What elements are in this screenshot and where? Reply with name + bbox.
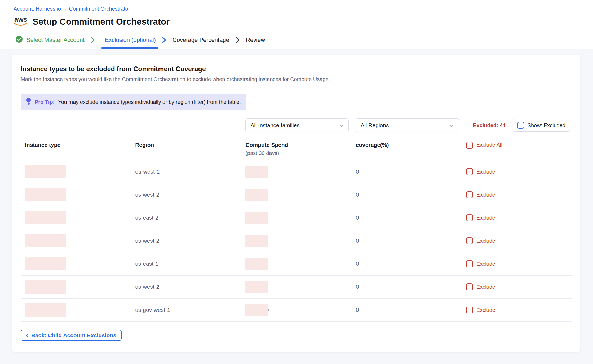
coverage-value: 0: [352, 191, 462, 198]
pro-tip-banner: Pro Tip: You may exclude instance types …: [21, 94, 246, 110]
exclude-label: Exclude: [476, 307, 495, 313]
redaction-artifact: [268, 309, 269, 311]
filter-bar: All Instance families All Regions Exclud…: [21, 118, 572, 132]
col-header-compute-spend: Compute Spend (past 30 days): [241, 142, 351, 156]
content-area: Instance types to be excluded from Commi…: [0, 49, 593, 364]
exclude-checkbox[interactable]: [466, 237, 473, 244]
exclude-control[interactable]: Exclude: [462, 260, 572, 267]
back-child-account-exclusions-button[interactable]: ‹ Back: Child Account Exclusions: [21, 330, 122, 341]
exclude-control[interactable]: Exclude: [462, 237, 572, 244]
page-header: Account: Harness.io › Commitment Orchest…: [0, 0, 593, 31]
exclude-checkbox[interactable]: [466, 168, 473, 175]
step-exclusion-active-group: Exclusion (optional): [101, 31, 172, 49]
pro-tip-label: Pro Tip:: [35, 99, 55, 105]
instance-type-redaction: [25, 211, 66, 224]
exclusion-table: Instance type Region Compute Spend (past…: [21, 142, 572, 322]
chevron-down-icon: [339, 122, 344, 128]
exclude-all-control[interactable]: Exclude All: [462, 142, 572, 156]
step-label: Review: [246, 37, 265, 43]
col-header-coverage: coverage(%): [352, 142, 462, 156]
region-value: eu-west-1: [131, 168, 241, 175]
step-select-master-account[interactable]: Select Master Account: [15, 31, 85, 49]
col-header-instance-type: Instance type: [21, 142, 131, 156]
table-row: us-west-2 0 Exclude: [21, 183, 572, 206]
step-exclusion[interactable]: Exclusion (optional): [105, 37, 156, 43]
setup-stepper: Select Master Account Exclusion (optiona…: [0, 31, 593, 49]
lightbulb-icon: [26, 97, 31, 106]
chevron-right-icon: [91, 31, 95, 49]
exclude-label: Exclude: [476, 238, 495, 244]
table-row: us-east-1 0 Exclude: [21, 252, 572, 276]
instance-type-redaction: [25, 280, 66, 294]
step-completed-check-icon: [15, 35, 23, 45]
instance-families-dropdown[interactable]: All Instance families: [245, 118, 349, 132]
exclude-checkbox[interactable]: [466, 191, 473, 198]
breadcrumb-account-link[interactable]: Account: Harness.io: [14, 6, 61, 12]
exclude-control[interactable]: Exclude: [462, 214, 572, 221]
step-review[interactable]: Review: [246, 31, 265, 49]
table-row: us-east-2 0 Exclude: [21, 206, 572, 229]
exclude-label: Exclude: [476, 284, 495, 290]
show-excluded-label: Show: Excluded: [528, 122, 565, 128]
panel-subtitle: Mark the Instance types you would like t…: [21, 76, 572, 82]
regions-dropdown[interactable]: All Regions: [356, 118, 459, 132]
col-header-region: Region: [131, 142, 241, 156]
compute-spend-redaction: [245, 166, 268, 178]
region-value: us-east-2: [131, 215, 241, 221]
chevron-left-icon: ‹: [26, 332, 28, 339]
exclude-checkbox[interactable]: [466, 307, 473, 313]
instance-type-redaction: [25, 165, 66, 178]
exclude-control[interactable]: Exclude: [462, 283, 572, 290]
show-excluded-checkbox[interactable]: [517, 122, 524, 129]
dropdown-value: All Regions: [361, 122, 389, 128]
compute-spend-redaction: [245, 189, 268, 201]
breadcrumb-separator-icon: ›: [64, 6, 66, 12]
exclusion-panel: Instance types to be excluded from Commi…: [12, 55, 580, 352]
table-row: eu-west-1 0 Exclude: [21, 160, 572, 183]
compute-spend-redaction: [245, 304, 268, 316]
coverage-value: 0: [352, 260, 462, 267]
region-value: us-gov-west-1: [131, 307, 241, 313]
exclude-all-checkbox[interactable]: [466, 142, 473, 149]
coverage-value: 0: [352, 237, 462, 244]
exclude-control[interactable]: Exclude: [462, 307, 572, 313]
region-value: us-west-2: [131, 284, 241, 290]
instance-type-redaction: [25, 234, 66, 247]
coverage-value: 0: [352, 214, 462, 221]
exclude-label: Exclude: [476, 215, 495, 221]
exclude-control[interactable]: Exclude: [462, 191, 572, 198]
table-row: us-west-2 0 Exclude: [21, 276, 572, 299]
title-row: aws Setup Commitment Orchestrator: [14, 15, 593, 31]
table-header-row: Instance type Region Compute Spend (past…: [21, 142, 572, 160]
chevron-down-icon: [449, 122, 454, 128]
table-row: us-gov-west-1 0 Exclude: [21, 299, 572, 322]
exclude-checkbox[interactable]: [466, 214, 473, 221]
exclude-checkbox[interactable]: [466, 283, 473, 290]
vertical-divider: [466, 119, 466, 131]
region-value: us-east-1: [131, 261, 241, 267]
svg-text:aws: aws: [14, 15, 27, 23]
instance-type-redaction: [25, 303, 66, 317]
exclude-checkbox[interactable]: [466, 260, 473, 267]
compute-spend-redaction: [245, 258, 268, 270]
exclude-label: Exclude: [476, 192, 495, 198]
step-label: Exclusion (optional): [105, 37, 156, 43]
compute-spend-redaction: [245, 281, 268, 293]
breadcrumb-current-link[interactable]: Commitment Orchestrator: [69, 6, 130, 12]
step-label: Coverage Percentage: [172, 37, 229, 43]
exclude-label: Exclude: [476, 261, 495, 267]
excluded-count-badge: Excluded: 41: [473, 122, 506, 128]
exclude-all-label: Exclude All: [476, 142, 502, 148]
compute-spend-redaction: [245, 235, 268, 247]
chevron-right-icon: [162, 37, 166, 43]
coverage-value: 0: [352, 283, 462, 290]
aws-logo-icon: aws: [14, 15, 28, 28]
dropdown-value: All Instance families: [250, 122, 300, 128]
exclude-control[interactable]: Exclude: [462, 168, 572, 175]
coverage-value: 0: [352, 307, 462, 313]
instance-type-redaction: [25, 257, 66, 270]
step-coverage-percentage[interactable]: Coverage Percentage: [172, 31, 229, 49]
show-excluded-toggle[interactable]: Show: Excluded: [513, 119, 570, 132]
page-title: Setup Commitment Orchestrator: [33, 17, 170, 27]
back-button-label: Back: Child Account Exclusions: [31, 332, 116, 339]
